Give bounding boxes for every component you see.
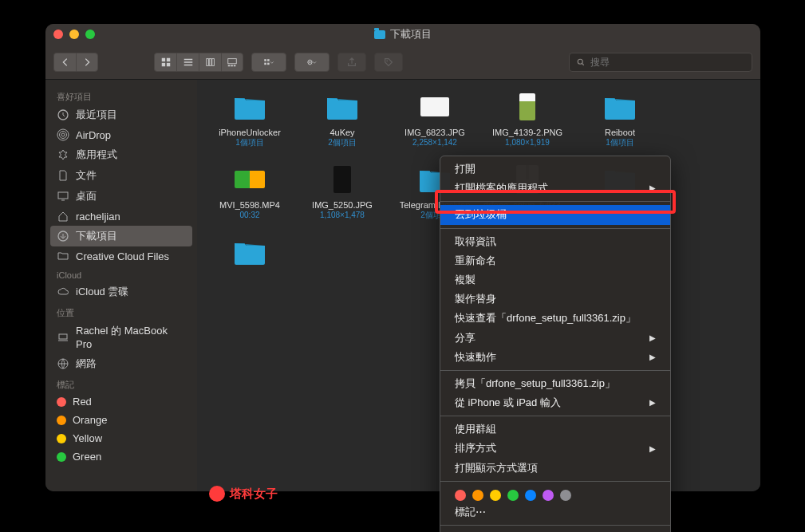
context-menu-item[interactable]: 拷貝「drfone_setup_full3361.zip」 bbox=[440, 374, 670, 393]
context-menu-colors bbox=[440, 485, 670, 502]
context-menu-separator bbox=[440, 481, 670, 482]
color-tag-dot[interactable] bbox=[507, 490, 519, 501]
tags-button[interactable] bbox=[374, 53, 403, 72]
context-menu-label: 丟到垃圾桶 bbox=[455, 207, 507, 222]
context-menu-label: 排序方式 bbox=[455, 441, 496, 455]
file-name: IMG_6823.JPG bbox=[404, 128, 465, 138]
minimize-button[interactable] bbox=[69, 30, 79, 39]
file-item[interactable]: IMG_5250.JPG1,108×1,478 bbox=[296, 162, 389, 220]
watermark-text: 塔科女子 bbox=[230, 487, 278, 502]
globe-icon bbox=[57, 357, 69, 370]
sidebar-item[interactable]: AirDrop bbox=[45, 125, 197, 144]
file-icon bbox=[412, 89, 457, 124]
file-item[interactable]: MVI_5598.MP400:32 bbox=[203, 162, 296, 220]
file-item[interactable]: iPhoneUnlocker1個項目 bbox=[203, 89, 296, 148]
sidebar-item[interactable]: Creative Cloud Files bbox=[45, 246, 197, 266]
svg-point-20 bbox=[61, 133, 65, 136]
sidebar-item[interactable]: 桌面 bbox=[45, 186, 197, 207]
documents-icon bbox=[57, 169, 69, 182]
context-menu-item[interactable]: 分享▶ bbox=[440, 329, 670, 348]
back-button[interactable] bbox=[53, 53, 76, 72]
watermark-icon bbox=[209, 486, 225, 502]
sidebar-item-label: Red bbox=[73, 396, 92, 408]
context-menu-item[interactable]: 打開檔案的應用程式▶ bbox=[440, 179, 670, 198]
search-input[interactable] bbox=[590, 57, 745, 68]
window-title-text: 下載項目 bbox=[390, 27, 432, 41]
context-menu-item[interactable]: 丟到垃圾桶 bbox=[440, 205, 670, 224]
color-tag-dot[interactable] bbox=[455, 490, 466, 501]
context-menu-item[interactable]: 排序方式▶ bbox=[440, 439, 670, 458]
svg-point-21 bbox=[60, 132, 67, 139]
file-item[interactable]: IMG_4139-2.PNG1,080×1,919 bbox=[481, 89, 574, 148]
sidebar-item[interactable]: Green bbox=[45, 447, 197, 466]
list-view-button[interactable] bbox=[176, 53, 199, 72]
color-tag-dot[interactable] bbox=[490, 490, 501, 501]
color-tag-dot[interactable] bbox=[472, 490, 483, 501]
zoom-button[interactable] bbox=[85, 30, 95, 39]
context-menu-item[interactable]: 快速動作▶ bbox=[440, 348, 670, 367]
svg-rect-6 bbox=[211, 58, 214, 65]
file-meta: 1個項目 bbox=[235, 138, 264, 148]
context-menu-label: 使用群組 bbox=[455, 422, 496, 436]
traffic-lights bbox=[53, 30, 95, 39]
file-item[interactable]: 4uKey2個項目 bbox=[296, 89, 389, 148]
gallery-view-button[interactable] bbox=[221, 53, 243, 72]
svg-point-18 bbox=[578, 59, 582, 64]
sidebar-item[interactable]: 最近項目 bbox=[45, 104, 197, 125]
file-item[interactable]: IMG_6823.JPG2,258×1,142 bbox=[389, 89, 481, 148]
icon-view-button[interactable] bbox=[154, 53, 176, 72]
context-menu: 打開打開檔案的應用程式▶丟到垃圾桶取得資訊重新命名複製製作替身快速查看「drfo… bbox=[440, 156, 671, 532]
svg-rect-12 bbox=[264, 62, 266, 65]
nav-buttons bbox=[53, 53, 98, 72]
svg-rect-7 bbox=[228, 58, 237, 63]
close-button[interactable] bbox=[53, 30, 63, 39]
context-menu-item[interactable]: 取得資訊 bbox=[440, 232, 670, 251]
color-tag-dot[interactable] bbox=[525, 490, 536, 501]
file-name: MVI_5598.MP4 bbox=[219, 200, 280, 211]
context-menu-item[interactable]: 從 iPhone 或 iPad 輸入▶ bbox=[440, 393, 670, 412]
svg-rect-14 bbox=[267, 62, 270, 65]
column-view-button[interactable] bbox=[199, 53, 221, 72]
color-tag-dot[interactable] bbox=[543, 490, 554, 501]
context-menu-item[interactable]: 打開顯示方式選項 bbox=[440, 459, 670, 478]
context-menu-item[interactable]: 服務▶ bbox=[440, 529, 670, 532]
svg-rect-5 bbox=[209, 58, 211, 65]
sidebar-item[interactable]: Red bbox=[45, 392, 197, 411]
sidebar-item[interactable]: racheljian bbox=[45, 207, 197, 226]
context-menu-item[interactable]: 打開 bbox=[440, 160, 670, 179]
group-button[interactable] bbox=[251, 53, 286, 72]
file-item[interactable]: Reiboot1個項目 bbox=[574, 89, 666, 148]
sidebar-item-label: 桌面 bbox=[76, 189, 97, 203]
svg-rect-9 bbox=[231, 65, 233, 66]
folder-icon bbox=[374, 30, 385, 39]
context-menu-item[interactable]: 複製 bbox=[440, 270, 670, 290]
file-icon bbox=[320, 162, 365, 197]
tag-dot-icon bbox=[57, 434, 66, 443]
svg-rect-11 bbox=[264, 59, 266, 61]
context-menu-item[interactable]: 製作替身 bbox=[440, 290, 670, 309]
file-item[interactable] bbox=[203, 234, 296, 273]
sidebar-item[interactable]: 下載項目 bbox=[50, 226, 192, 246]
sidebar-item[interactable]: 應用程式 bbox=[45, 144, 197, 165]
share-button[interactable] bbox=[337, 53, 366, 72]
laptop-icon bbox=[57, 331, 69, 344]
search-field[interactable] bbox=[569, 53, 752, 72]
context-menu-item[interactable]: 重新命名 bbox=[440, 251, 670, 270]
context-menu-item[interactable]: 標記⋯ bbox=[440, 502, 670, 522]
svg-point-17 bbox=[386, 60, 388, 61]
file-meta: 2,258×1,142 bbox=[412, 138, 457, 148]
sidebar-item[interactable]: 文件 bbox=[45, 165, 197, 186]
context-menu-label: 打開檔案的應用程式 bbox=[455, 181, 548, 195]
sidebar-item[interactable]: Yellow bbox=[45, 429, 197, 447]
svg-rect-23 bbox=[58, 192, 68, 199]
forward-button[interactable] bbox=[76, 53, 98, 72]
sidebar-item[interactable]: iCloud 雲碟 bbox=[45, 282, 197, 302]
sidebar-item[interactable]: Orange bbox=[45, 411, 197, 429]
file-name: 4uKey bbox=[329, 128, 354, 138]
sidebar-item[interactable]: Rachel 的 MacBook Pro bbox=[45, 321, 197, 353]
action-button[interactable] bbox=[294, 53, 329, 72]
context-menu-item[interactable]: 使用群組 bbox=[440, 420, 670, 439]
color-tag-dot[interactable] bbox=[560, 490, 571, 501]
sidebar-item[interactable]: 網路 bbox=[45, 353, 197, 374]
context-menu-item[interactable]: 快速查看「drfone_setup_full3361.zip」 bbox=[440, 309, 670, 328]
